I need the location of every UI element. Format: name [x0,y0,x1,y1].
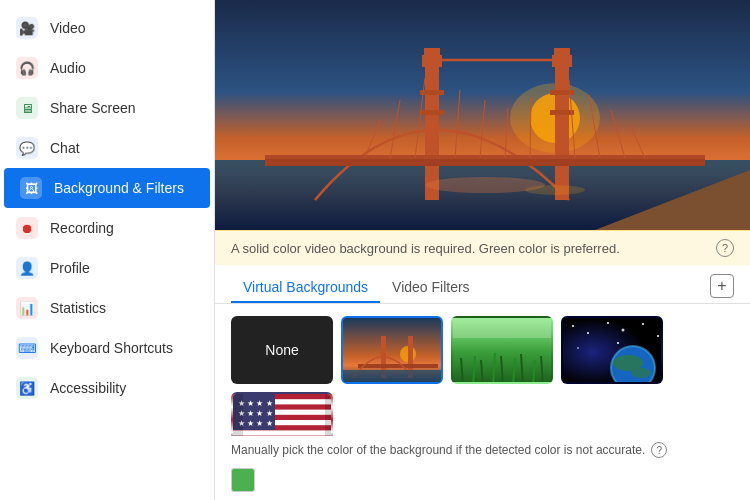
svg-rect-15 [550,110,574,115]
backgrounds-grid: None [215,304,750,436]
sidebar-item-label: Accessibility [50,380,126,396]
sidebar-item-accessibility[interactable]: ♿ Accessibility [0,368,214,408]
warning-bar: A solid color video background is requir… [215,230,750,265]
svg-point-50 [587,332,589,334]
svg-rect-38 [453,318,553,338]
accessibility-icon: ♿ [16,377,38,399]
svg-text:★ ★ ★ ★: ★ ★ ★ ★ [238,419,273,428]
svg-point-53 [642,323,644,325]
svg-point-30 [525,185,585,195]
statistics-icon: 📊 [16,297,38,319]
add-background-button[interactable]: + [710,274,734,298]
chat-icon: 💬 [16,137,38,159]
sidebar-item-label: Profile [50,260,90,276]
svg-point-55 [577,347,579,349]
sidebar-item-label: Keyboard Shortcuts [50,340,173,356]
color-picker-row [215,464,750,500]
sidebar-item-share-screen[interactable]: 🖥 Share Screen [0,88,214,128]
keyboard-icon: ⌨ [16,337,38,359]
background-flag[interactable]: ★ ★ ★ ★ ★ ★ ★ ★ ★ ★ ★ ★ [231,392,333,436]
svg-point-60 [631,368,651,378]
audio-icon: 🎧 [16,57,38,79]
svg-point-51 [607,322,609,324]
sidebar-item-recording[interactable]: ⏺ Recording [0,208,214,248]
tab-virtual-backgrounds[interactable]: Virtual Backgrounds [231,273,380,303]
sidebar-item-audio[interactable]: 🎧 Audio [0,48,214,88]
share-screen-icon: 🖥 [16,97,38,119]
bottom-note-text: Manually pick the color of the backgroun… [231,443,645,457]
background-none[interactable]: None [231,316,333,384]
background-golden-gate[interactable] [341,316,443,384]
none-label: None [265,342,298,358]
background-icon: 🖼 [20,177,42,199]
sidebar-item-keyboard-shortcuts[interactable]: ⌨ Keyboard Shortcuts [0,328,214,368]
preview-area [215,0,750,230]
svg-rect-36 [343,370,443,384]
tabs-row: Virtual Backgrounds Video Filters + [215,265,750,304]
color-swatch[interactable] [231,468,255,492]
svg-point-54 [657,335,659,337]
sidebar-item-label: Audio [50,60,86,76]
bottom-help-icon[interactable]: ? [651,442,667,458]
sidebar-item-label: Share Screen [50,100,136,116]
sidebar-item-background-filters[interactable]: 🖼 Background & Filters [4,168,210,208]
warning-help-icon[interactable]: ? [716,239,734,257]
svg-point-52 [622,329,625,332]
svg-rect-13 [420,110,444,115]
video-icon: 🎥 [16,17,38,39]
svg-rect-10 [424,48,440,56]
svg-rect-74 [233,394,243,436]
svg-rect-11 [554,48,570,56]
recording-icon: ⏺ [16,217,38,239]
bridge-preview [215,0,750,230]
svg-point-56 [617,342,619,344]
main-content: A solid color video background is requir… [215,0,750,500]
sidebar-item-profile[interactable]: 👤 Profile [0,248,214,288]
svg-text:★ ★ ★ ★: ★ ★ ★ ★ [238,409,273,418]
sidebar-item-video[interactable]: 🎥 Video [0,8,214,48]
sidebar-item-label: Background & Filters [54,180,184,196]
svg-rect-7 [555,60,569,200]
sidebar-item-statistics[interactable]: 📊 Statistics [0,288,214,328]
sidebar-item-label: Chat [50,140,80,156]
sidebar-item-label: Statistics [50,300,106,316]
svg-rect-35 [358,364,438,368]
sidebar-item-label: Recording [50,220,114,236]
svg-rect-17 [265,155,705,159]
warning-text: A solid color video background is requir… [231,241,620,256]
sidebar: 🎥 Video 🎧 Audio 🖥 Share Screen 💬 Chat 🖼 … [0,0,215,500]
svg-rect-75 [325,394,333,436]
background-grass[interactable] [451,316,553,384]
svg-point-49 [572,325,574,327]
sidebar-item-chat[interactable]: 💬 Chat [0,128,214,168]
background-space[interactable] [561,316,663,384]
profile-icon: 👤 [16,257,38,279]
svg-text:★ ★ ★ ★: ★ ★ ★ ★ [238,399,273,408]
bottom-note: Manually pick the color of the backgroun… [215,436,750,464]
tab-video-filters[interactable]: Video Filters [380,273,482,303]
svg-rect-16 [265,158,705,166]
tabs-container: Virtual Backgrounds Video Filters [231,273,482,303]
sidebar-item-label: Video [50,20,86,36]
